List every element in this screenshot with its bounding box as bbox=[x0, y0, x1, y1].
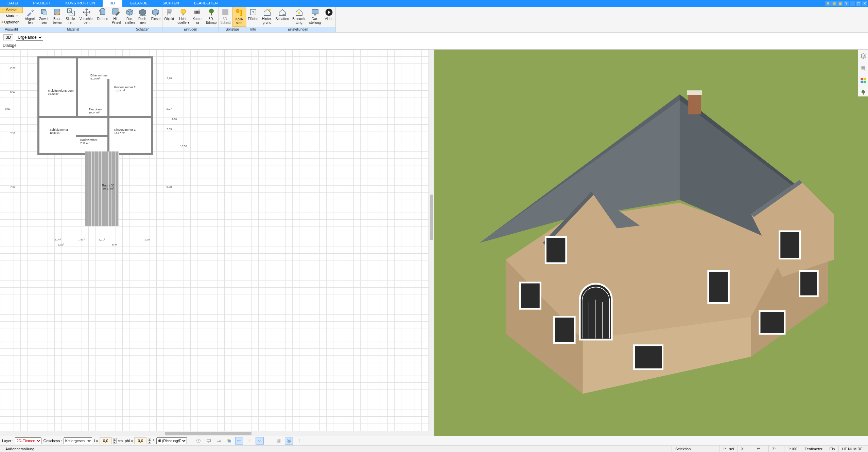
scrollbar-vertical[interactable] bbox=[429, 50, 434, 431]
ribbon-group-sonstige: 3D-Schnitt Kolli-sion Sonstige bbox=[219, 7, 246, 32]
status-y: Y: bbox=[753, 446, 769, 452]
length-input[interactable] bbox=[100, 437, 112, 444]
material-bg-brush-button[interactable]: Hin.Pinsel bbox=[110, 7, 123, 27]
phi-input[interactable] bbox=[134, 437, 146, 444]
floorplan: Erkerzimmer8,05 m²Kinderzimmer 216,19 m²… bbox=[37, 56, 153, 155]
menu-tab-datei[interactable]: DATEI bbox=[0, 0, 26, 7]
rotate-icon bbox=[98, 8, 107, 16]
background-button[interactable]: Hinter-grund bbox=[260, 7, 274, 27]
room-label: Badezimmer7,17 m² bbox=[80, 138, 98, 145]
insert-object-button[interactable]: Objekt bbox=[162, 7, 176, 27]
play-icon bbox=[324, 8, 334, 16]
floor-select[interactable]: Kellergesch bbox=[64, 437, 92, 444]
collision-button[interactable]: Kolli-sion bbox=[232, 7, 246, 27]
room-label: Kinderzimmer 116,17 m² bbox=[114, 128, 136, 134]
snap3-button[interactable] bbox=[256, 437, 264, 445]
color-palette-button[interactable] bbox=[860, 77, 867, 84]
grid-toggle-button[interactable] bbox=[275, 437, 283, 445]
length-unit: cm bbox=[118, 439, 123, 443]
help-icon[interactable]: ? bbox=[844, 1, 849, 6]
svg-text:N: N bbox=[288, 439, 290, 442]
material-rotate-button[interactable]: Drehen bbox=[96, 7, 110, 27]
insert-light-button[interactable]: Licht-quelle ▾ bbox=[176, 7, 191, 27]
material-pick-button[interactable]: Abgrei-fen bbox=[23, 7, 37, 27]
shadow-calc-button[interactable]: Rech-nen bbox=[136, 7, 149, 27]
svg-rect-11 bbox=[183, 14, 184, 16]
menu-tab-3d[interactable]: 3D bbox=[103, 0, 122, 7]
shadow-settings-button[interactable]: Schatten bbox=[274, 7, 291, 27]
3d-section-button[interactable]: 3D-Schnitt bbox=[219, 7, 232, 27]
layers-button[interactable] bbox=[860, 52, 867, 60]
area-icon: ? bbox=[248, 8, 258, 16]
furniture-button[interactable] bbox=[860, 65, 867, 72]
monitor-button[interactable] bbox=[205, 437, 213, 445]
material-move-button[interactable]: Verschie-ben bbox=[78, 7, 96, 27]
dim-label: 2,83 bbox=[167, 128, 172, 131]
svg-rect-64 bbox=[208, 442, 209, 442]
svg-point-10 bbox=[181, 9, 186, 14]
view-mode-badge: 3D bbox=[3, 34, 13, 40]
window-icon[interactable]: ▣ bbox=[837, 1, 843, 6]
insert-3d-bitmap-button[interactable]: 3D-Bitmap bbox=[204, 7, 218, 27]
status-flags: UF NUM RF bbox=[839, 446, 866, 452]
clock-button[interactable] bbox=[194, 437, 203, 445]
insert-camera-button[interactable]: Kame-ra bbox=[191, 7, 204, 27]
menu-tab-bearbeiten[interactable]: BEARBEITEN bbox=[187, 0, 225, 7]
group-label-info: Info bbox=[246, 27, 260, 32]
area-button[interactable]: ? Fläche bbox=[246, 7, 260, 27]
shadow-brush-button[interactable]: Pinsel bbox=[149, 7, 162, 27]
svg-point-13 bbox=[196, 11, 198, 14]
length-spinner[interactable]: ▲▼ bbox=[113, 438, 117, 444]
svg-rect-46 bbox=[708, 271, 729, 303]
material-edit-button[interactable]: Bear-beiten bbox=[51, 7, 64, 27]
tree-object-button[interactable] bbox=[860, 89, 867, 96]
menu-bar: DATEI PROJEKT KONSTRUKTION 3D GELÄNDE SI… bbox=[0, 0, 868, 7]
svg-rect-45 bbox=[634, 345, 663, 369]
svg-rect-9 bbox=[167, 12, 171, 14]
svg-rect-48 bbox=[760, 311, 785, 334]
menu-tab-projekt[interactable]: PROJEKT bbox=[26, 0, 58, 7]
svg-rect-44 bbox=[554, 317, 575, 343]
shadow-show-button[interactable]: Dar-stellen bbox=[123, 7, 136, 27]
video-button[interactable]: Video bbox=[323, 7, 335, 27]
mark-tool[interactable]: Mark. bbox=[0, 13, 23, 19]
select-tool[interactable]: Selekt bbox=[0, 7, 23, 13]
context-bar: 3D Urgelände bbox=[0, 33, 868, 42]
tool-icon[interactable]: ✖ bbox=[825, 1, 831, 6]
lighting-button[interactable]: Beleuch-tung bbox=[291, 7, 307, 27]
menu-tab-sichten[interactable]: SICHTEN bbox=[155, 0, 186, 7]
side-tool-strip bbox=[858, 50, 868, 96]
menu-tab-gelaende[interactable]: GELÄNDE bbox=[122, 0, 155, 7]
svg-rect-50 bbox=[800, 271, 818, 296]
north-button[interactable]: N bbox=[285, 437, 293, 445]
view-2d[interactable]: Erkerzimmer8,05 m²Kinderzimmer 216,19 m²… bbox=[0, 50, 434, 436]
phi-spinner[interactable]: ▲▼ bbox=[148, 438, 151, 444]
length-label: l = bbox=[94, 439, 98, 443]
snap2-button[interactable] bbox=[245, 437, 254, 445]
svg-rect-18 bbox=[240, 10, 242, 16]
info-button[interactable] bbox=[295, 437, 303, 445]
menu-tab-konstruktion[interactable]: KONSTRUKTION bbox=[58, 0, 102, 7]
status-scale: 1:100 bbox=[784, 446, 801, 452]
svg-rect-42 bbox=[545, 237, 566, 263]
options-tool[interactable]: +Optionen bbox=[0, 19, 23, 25]
dl-select[interactable]: dl (Richtung/Di bbox=[156, 437, 187, 444]
scrollbar-horizontal[interactable] bbox=[0, 431, 434, 436]
material-scale-button[interactable]: Skalie-ren bbox=[64, 7, 78, 27]
room-label: Flur oben10,14 m² bbox=[89, 108, 102, 114]
package-icon[interactable]: ▦ bbox=[831, 1, 837, 6]
svg-rect-1 bbox=[43, 11, 47, 15]
camera2-button[interactable] bbox=[215, 437, 223, 445]
display-settings-button[interactable]: Dar-stellung bbox=[308, 7, 323, 27]
close-button[interactable]: ✕ bbox=[862, 1, 867, 6]
minimize-button[interactable]: — bbox=[850, 1, 855, 6]
status-sel-ratio: 1:1 sel bbox=[719, 446, 737, 452]
maximize-button[interactable]: ▢ bbox=[856, 1, 861, 6]
terrain-select[interactable]: Urgelände bbox=[16, 34, 43, 41]
material-assign-button[interactable]: Zuwei-sen bbox=[37, 7, 51, 27]
copy-button[interactable] bbox=[225, 437, 233, 445]
ribbon-group-material: Abgrei-fen Zuwei-sen Bear-beiten Skalie-… bbox=[23, 7, 123, 32]
view-3d[interactable] bbox=[434, 50, 868, 436]
snap1-button[interactable] bbox=[235, 437, 243, 445]
layer-select[interactable]: 2D-Elemen bbox=[15, 437, 41, 444]
